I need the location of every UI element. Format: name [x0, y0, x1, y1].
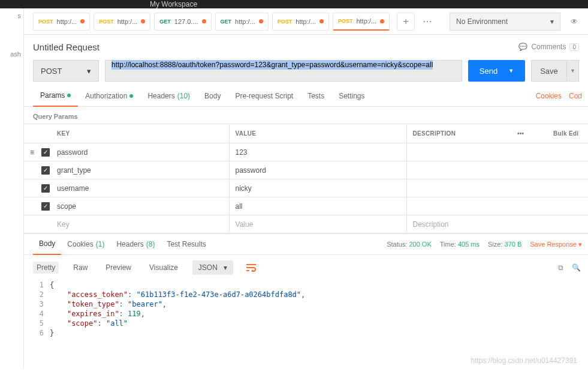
- param-desc-input[interactable]: Description: [406, 215, 588, 233]
- url-row: POST▾ http://localhost:8888/oauth/token?…: [24, 59, 588, 85]
- new-tab-button[interactable]: +: [397, 13, 415, 31]
- environment-preview-button[interactable]: 👁: [565, 13, 583, 31]
- table-row[interactable]: ✓ scope all: [24, 197, 588, 215]
- row-checkbox[interactable]: ✓: [41, 202, 50, 211]
- rail-item[interactable]: ash: [0, 47, 23, 61]
- status-value: 200 OK: [409, 241, 431, 248]
- save-button[interactable]: Save: [531, 60, 567, 82]
- drag-handle-icon[interactable]: ≡: [24, 143, 34, 161]
- response-meta: Status: 200 OK Time: 405 ms Size: 370 B …: [387, 241, 582, 248]
- send-button[interactable]: Send▼: [468, 60, 525, 82]
- tab-menu-button[interactable]: ⋯: [418, 13, 436, 31]
- environment-select[interactable]: No Environment▾: [450, 13, 560, 31]
- rail-item[interactable]: s: [0, 8, 23, 23]
- left-rail: s ash: [0, 8, 24, 368]
- view-preview[interactable]: Preview: [102, 262, 135, 274]
- indicator-dot-icon: [67, 94, 71, 97]
- tab-body[interactable]: Body: [197, 85, 228, 107]
- col-value: VALUE: [229, 124, 406, 143]
- row-checkbox[interactable]: ✓: [41, 166, 50, 175]
- param-value-input[interactable]: Value: [229, 215, 406, 233]
- param-key-input[interactable]: Key: [51, 215, 229, 233]
- time-value: 405 ms: [458, 241, 480, 248]
- request-tab[interactable]: GET127.0....: [154, 13, 211, 31]
- bulk-edit-button[interactable]: Bulk Edi: [547, 124, 588, 143]
- cookies-link[interactable]: Cookies: [536, 92, 562, 100]
- view-raw[interactable]: Raw: [70, 262, 91, 274]
- param-desc[interactable]: [406, 143, 588, 161]
- method-label: POST: [38, 19, 53, 25]
- tab-headers[interactable]: Headers(10): [140, 85, 197, 107]
- table-row[interactable]: ≡ ✓ password 123: [24, 143, 588, 161]
- table-row[interactable]: ✓ grant_type password: [24, 161, 588, 179]
- chevron-down-icon: ▾: [224, 263, 227, 272]
- col-description: DESCRIPTION: [406, 124, 511, 143]
- response-body[interactable]: 123456 { "access_token": "61b113f3-f1e2-…: [24, 280, 588, 338]
- tab-params[interactable]: Params: [33, 85, 78, 107]
- size-value: 370 B: [505, 241, 522, 248]
- col-key: KEY: [51, 124, 229, 143]
- unsaved-dot-icon: [80, 19, 85, 23]
- indicator-dot-icon: [129, 94, 133, 98]
- request-tabs-row: POSThttp:/... POSThttp:/... GET127.0....…: [24, 8, 588, 35]
- resp-tab-body[interactable]: Body: [33, 233, 61, 255]
- tab-settings[interactable]: Settings: [331, 85, 372, 107]
- save-menu-button[interactable]: ▼: [567, 60, 579, 82]
- table-row[interactable]: ✓ username nicky: [24, 179, 588, 197]
- request-tab[interactable]: POSThttp:/...: [333, 13, 390, 31]
- response-tabs: Body Cookies(1) Headers(8) Test Results …: [24, 233, 588, 255]
- main-area: POSThttp:/... POSThttp:/... GET127.0....…: [24, 8, 588, 372]
- request-tab[interactable]: POSThttp:/...: [94, 13, 150, 31]
- app-top-bar: My Workspace: [0, 0, 588, 8]
- resp-tab-headers[interactable]: Headers(8): [110, 233, 161, 255]
- table-row-new[interactable]: Key Value Description: [24, 215, 588, 233]
- row-checkbox[interactable]: ✓: [41, 148, 50, 157]
- save-response-button[interactable]: Save Response ▾: [530, 241, 582, 248]
- view-visualize[interactable]: Visualize: [146, 262, 182, 274]
- comments-count: 0: [569, 43, 579, 51]
- code-lines: { "access_token": "61b113f3-f1e2-473e-a6…: [50, 280, 305, 338]
- chevron-down-icon: ▼: [508, 68, 514, 74]
- wrap-lines-button[interactable]: [244, 260, 258, 275]
- copy-icon[interactable]: ⧉: [558, 263, 563, 272]
- resp-tab-cookies[interactable]: Cookies(1): [61, 233, 110, 255]
- comment-icon: 💬: [518, 43, 527, 51]
- param-value[interactable]: 123: [229, 143, 406, 161]
- search-icon[interactable]: 🔍: [572, 263, 581, 272]
- environment-row: No Environment▾ 👁: [450, 8, 588, 35]
- row-checkbox[interactable]: ✓: [41, 184, 50, 193]
- eye-icon: 👁: [571, 17, 578, 26]
- chevron-down-icon: ▾: [87, 67, 91, 76]
- request-title[interactable]: Untitled Request: [33, 42, 99, 52]
- query-params-label: Query Params: [24, 107, 588, 124]
- request-tab[interactable]: POSThttp:/...: [272, 13, 329, 31]
- param-key[interactable]: password: [51, 143, 229, 161]
- view-pretty[interactable]: Pretty: [33, 262, 59, 274]
- tab-tests[interactable]: Tests: [300, 85, 331, 107]
- request-tab[interactable]: POSThttp:/...: [33, 13, 90, 31]
- query-params-table: KEY VALUE DESCRIPTION ••• Bulk Edi ≡ ✓ p…: [24, 124, 588, 233]
- format-select[interactable]: JSON▾: [192, 260, 233, 275]
- code-link[interactable]: Cod: [569, 92, 582, 100]
- url-input[interactable]: http://localhost:8888/oauth/token?passwo…: [105, 60, 462, 82]
- resp-tab-tests[interactable]: Test Results: [161, 233, 212, 255]
- request-tab[interactable]: GEThttp:/...: [215, 13, 269, 31]
- workspace-name[interactable]: My Workspace: [150, 0, 197, 8]
- tab-prerequest[interactable]: Pre-request Script: [228, 85, 300, 107]
- col-menu-button[interactable]: •••: [511, 124, 547, 143]
- method-select[interactable]: POST▾: [33, 60, 99, 82]
- chevron-down-icon: ▾: [550, 17, 554, 26]
- comments-button[interactable]: 💬 Comments 0: [518, 43, 579, 51]
- tab-authorization[interactable]: Authorization: [78, 85, 140, 107]
- body-view-row: Pretty Raw Preview Visualize JSON▾ ⧉ 🔍: [24, 255, 588, 280]
- request-title-row: Untitled Request 💬 Comments 0: [24, 35, 588, 59]
- request-subtabs: Params Authorization Headers(10) Body Pr…: [24, 85, 588, 107]
- line-gutter: 123456: [33, 280, 50, 338]
